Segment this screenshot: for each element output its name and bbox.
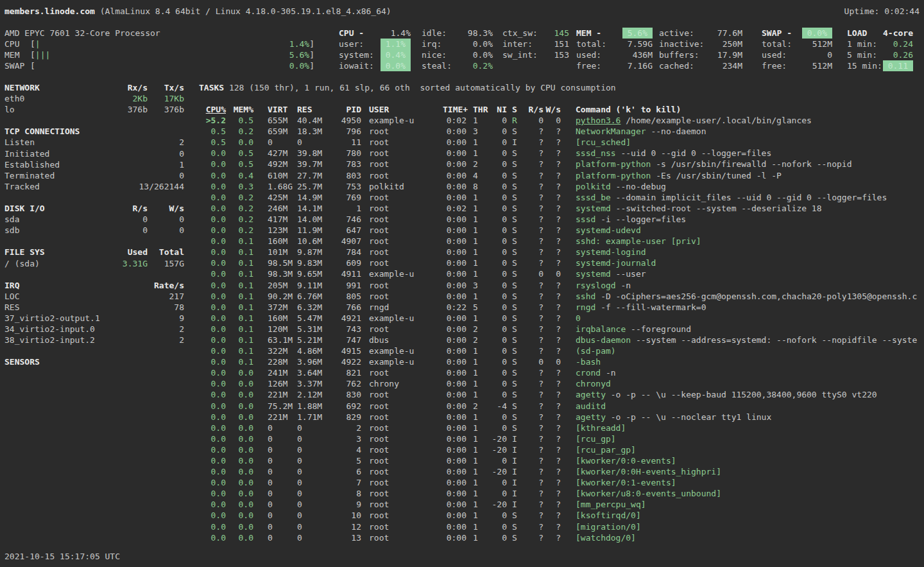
time-cell: 0:00: [443, 477, 466, 488]
cpu-percent-cell: 0.0: [199, 148, 226, 159]
res-cell: 0: [297, 137, 327, 148]
pid-cell: 803: [327, 170, 361, 181]
mem-percent-cell: 0.2: [231, 192, 253, 203]
state-cell: S: [512, 335, 522, 345]
stat-label: system:: [339, 49, 374, 60]
sidebar-row-label: 38_virtio2-input.2: [4, 335, 103, 345]
mem-percent-cell: 0.1: [231, 302, 253, 313]
gauge-close-bracket: ]: [309, 39, 314, 49]
state-cell: S: [512, 192, 522, 203]
sidebar-row-value1: [103, 291, 148, 302]
process-row: 0.00.2123M11.9M647root0:0010S??systemd-u…: [199, 225, 924, 236]
res-cell: 14.9M: [297, 192, 327, 203]
command-name: systemd-journald: [576, 258, 656, 268]
read-rate-cell: ?: [522, 378, 543, 389]
res-cell: 9.65M: [297, 268, 327, 279]
sidebar-row-label: eth0: [4, 93, 103, 104]
pid-cell: 8: [327, 488, 361, 499]
command-cell: sssd_nss --uid 0 --gid 0 --logger=files: [576, 148, 924, 159]
user-cell: example-u: [369, 313, 443, 324]
thr-cell: 1: [473, 499, 488, 510]
read-rate-cell: ?: [522, 423, 543, 433]
virt-cell: 0: [268, 444, 297, 455]
state-cell: S: [512, 214, 522, 225]
thr-cell: 5: [473, 302, 488, 313]
state-cell: I: [512, 466, 522, 477]
virt-cell: 492M: [268, 159, 297, 170]
time-cell: 0:00: [443, 324, 466, 335]
sidebar-row-value1: [103, 170, 148, 181]
write-rate-cell: ?: [543, 214, 561, 225]
pid-cell: 4922: [327, 356, 361, 367]
thr-cell: 1: [473, 247, 488, 257]
virt-cell: 0: [268, 455, 297, 466]
sidebar-row-value1: 2Kb: [103, 93, 148, 104]
state-cell: I: [512, 433, 522, 444]
time-cell: 0:00: [443, 280, 466, 291]
stat-row: ctx_sw:145: [502, 28, 569, 39]
cpu-percent-cell: 0.0: [199, 477, 226, 488]
cpu-percent-cell: 0.0: [199, 335, 226, 345]
process-row: 0.00.163.1M5.21M747dbus0:0020S??dbus-dae…: [199, 335, 924, 345]
pid-cell: 647: [327, 225, 361, 236]
sidebar-header-col2: Rate/s: [148, 280, 184, 291]
state-cell: S: [512, 280, 522, 291]
column-header-ni: NI: [488, 104, 507, 115]
mem-percent-cell: 0.1: [231, 236, 253, 247]
mem-percent-cell: 0.0: [231, 466, 253, 477]
res-cell: 18.3M: [297, 126, 327, 137]
sidebar-row-value2: 13/262144: [139, 181, 184, 192]
nice-cell: 0: [488, 268, 507, 279]
stat-row: 1 min:0.24: [847, 39, 913, 49]
mem-percent-cell: 0.2: [231, 214, 253, 225]
uptime: Uptime: 0:02:44: [844, 6, 920, 17]
state-cell: I: [512, 137, 522, 148]
user-cell: root: [369, 499, 443, 510]
sidebar-row-label: Terminated: [4, 170, 103, 181]
res-cell: 9.83M: [297, 257, 327, 268]
command-cell: systemd-udevd: [576, 225, 924, 236]
cpu-percent-cell: 0.0: [199, 466, 226, 477]
process-row: 0.00.0005root0:0010I??[kworker/0:0-event…: [199, 455, 924, 466]
nice-cell: -20: [488, 433, 507, 444]
sidebar-section-title: SENSORS: [4, 356, 103, 367]
stat-value: 4-core: [883, 28, 913, 39]
state-cell: S: [512, 247, 522, 257]
res-cell: 0: [297, 455, 327, 466]
nice-cell: 0: [488, 477, 507, 488]
user-cell: polkitd: [369, 181, 443, 192]
user-cell: root: [369, 444, 443, 455]
mem-percent-cell: 0.1: [231, 247, 253, 257]
pid-cell: 747: [327, 335, 361, 345]
process-table: CPU%MEM%VIRTRESPIDUSERTIME+THRNISR/sW/sC…: [199, 104, 924, 543]
cpu-percent-cell: 0.0: [199, 203, 226, 214]
stat-value: 17.9M: [717, 49, 742, 60]
time-cell: 0:00: [443, 412, 466, 423]
virt-cell: 0: [268, 488, 297, 499]
stat-value: 98.3%: [468, 28, 493, 39]
stat-value: 0.0%: [473, 49, 493, 60]
stat-value: 0: [827, 49, 832, 60]
sidebar-row-value2: 0: [148, 148, 184, 159]
res-cell: 5.47M: [297, 313, 327, 324]
res-cell: 0: [297, 444, 327, 455]
read-rate-cell: 0: [522, 356, 543, 367]
user-cell: root: [369, 389, 443, 400]
command-name: [rcu_gp]: [576, 434, 616, 444]
gauge-open-bracket: [: [30, 60, 35, 71]
user-cell: root: [369, 412, 443, 423]
nice-cell: 0: [488, 510, 507, 521]
column-header-cpu: CPU%: [199, 104, 226, 115]
sidebar-row-value2: 17Kb: [148, 93, 184, 104]
virt-cell: 0: [268, 423, 297, 433]
thr-cell: 1: [473, 412, 488, 423]
cpu-percent-cell: 0.0: [199, 510, 226, 521]
virt-cell: 0: [268, 510, 297, 521]
stat-label: nice:: [422, 49, 447, 60]
nice-cell: -4: [488, 401, 507, 412]
time-cell: 0:00: [443, 192, 466, 203]
cpu-percent-cell: 0.0: [199, 181, 226, 192]
write-rate-cell: ?: [543, 170, 561, 181]
time-cell: 0:00: [443, 268, 466, 279]
stat-row: 5 min:0.26: [847, 49, 913, 60]
